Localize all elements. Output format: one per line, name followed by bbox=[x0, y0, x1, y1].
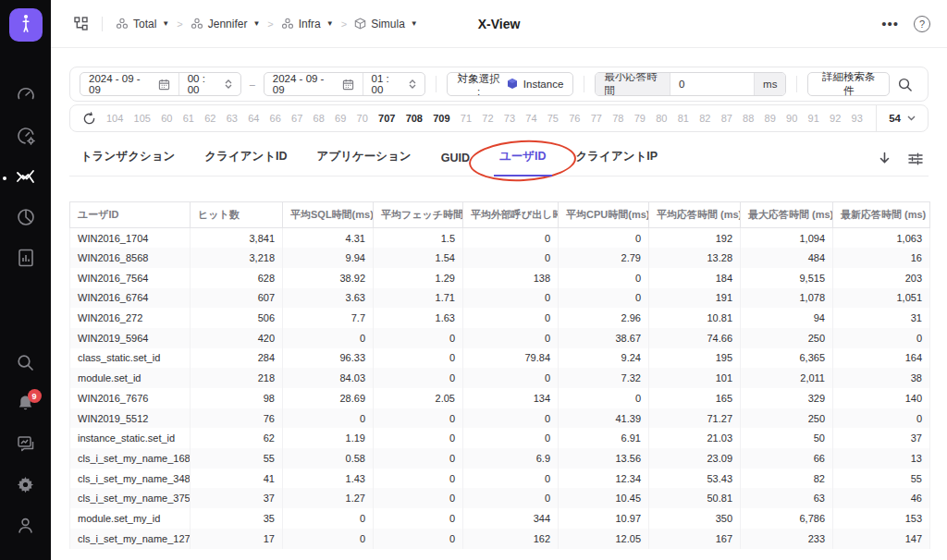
segment-number[interactable]: 104 bbox=[106, 113, 123, 124]
segment-number[interactable]: 67 bbox=[291, 113, 302, 124]
sidebar-item-report[interactable] bbox=[8, 242, 43, 277]
end-date-input[interactable]: 2024 - 09 - 09 bbox=[264, 73, 363, 95]
segment-number[interactable]: 708 bbox=[406, 113, 423, 124]
table-row[interactable]: module.set_my_id350034410.973506,786153 bbox=[70, 508, 930, 529]
segment-number[interactable]: 91 bbox=[808, 113, 819, 124]
segment-number[interactable]: 87 bbox=[721, 113, 732, 124]
sidebar-item-notifications[interactable]: 9 bbox=[8, 387, 43, 422]
segment-number[interactable]: 709 bbox=[433, 113, 449, 124]
segment-number[interactable]: 89 bbox=[765, 113, 776, 124]
app-logo[interactable] bbox=[9, 8, 43, 42]
column-header[interactable]: 平均SQL時間(ms) bbox=[283, 202, 374, 228]
table-row[interactable]: WIN2016_2725067.71.6302.9610.819431 bbox=[70, 308, 930, 328]
segment-number[interactable]: 63 bbox=[227, 113, 238, 124]
metric-cell: 0 bbox=[833, 328, 930, 348]
sidebar-item-xview[interactable] bbox=[8, 161, 43, 196]
sidebar-item-search[interactable] bbox=[8, 347, 43, 382]
segment-number[interactable]: 70 bbox=[357, 113, 368, 124]
sidebar-item-talk[interactable] bbox=[8, 428, 43, 463]
tab-クライアントIP[interactable]: クライアントIP bbox=[574, 149, 660, 176]
segment-number[interactable]: 62 bbox=[204, 113, 215, 124]
calendar-icon[interactable] bbox=[158, 79, 170, 91]
table-row[interactable]: cls_i_set_my_name_127170016212.051672331… bbox=[70, 529, 930, 549]
segment-number[interactable]: 79 bbox=[634, 113, 646, 124]
table-row[interactable]: WIN2016_756462838.921.2913801849,515203 bbox=[70, 268, 930, 288]
breadcrumb-item-simula[interactable]: Simula▼ bbox=[354, 18, 418, 30]
table-row[interactable]: module.set_id21884.03007.321012,01138 bbox=[70, 368, 930, 388]
segment-number[interactable]: 88 bbox=[743, 113, 754, 124]
sidebar-item-settings[interactable] bbox=[8, 469, 43, 504]
column-header[interactable]: 平均CPU時間(ms) bbox=[559, 202, 649, 228]
refresh-icon[interactable] bbox=[70, 112, 106, 126]
table-row[interactable]: WIN2016_17043,8414.311.5001921,0941,063 bbox=[70, 228, 930, 249]
sidebar-item-dashboard[interactable] bbox=[8, 79, 43, 115]
help-icon[interactable]: ? bbox=[914, 16, 930, 32]
table-row[interactable]: instance_static.set_id621.19006.9121.035… bbox=[70, 428, 930, 448]
advanced-search-button[interactable]: 詳細検索条件 bbox=[807, 72, 890, 96]
page-size-dropdown[interactable]: 54 bbox=[876, 105, 928, 131]
sidebar-item-gauge-settings[interactable] bbox=[8, 120, 43, 155]
segment-number[interactable]: 71 bbox=[461, 113, 472, 124]
min-response-input[interactable] bbox=[670, 73, 755, 95]
segment-number[interactable]: 80 bbox=[656, 113, 667, 124]
hierarchy-tree-icon[interactable] bbox=[73, 16, 89, 31]
column-header[interactable]: 平均応答時間 (ms) bbox=[649, 202, 741, 228]
column-header[interactable]: 最新応答時間 (ms) bbox=[833, 202, 930, 228]
download-icon[interactable] bbox=[878, 152, 892, 166]
table-row[interactable]: cls_i_set_my_name_348411.430012.3453.438… bbox=[70, 469, 930, 489]
segment-number[interactable]: 90 bbox=[786, 113, 797, 124]
column-header[interactable]: 平均外部呼び出し時... bbox=[463, 202, 559, 228]
segment-number[interactable]: 72 bbox=[482, 113, 493, 124]
start-time-input[interactable]: 00 : 00 bbox=[178, 73, 240, 95]
tab-クライアントID[interactable]: クライアントID bbox=[203, 149, 289, 176]
breadcrumb-item-total[interactable]: Total▼ bbox=[116, 18, 169, 30]
segment-number[interactable]: 93 bbox=[852, 113, 863, 124]
time-stepper-icon[interactable] bbox=[225, 79, 232, 89]
segment-number[interactable]: 707 bbox=[378, 113, 395, 124]
column-header[interactable]: ユーザID bbox=[70, 202, 191, 228]
table-row[interactable]: WIN2016_85683,2189.941.5402.7913.2848416 bbox=[70, 248, 930, 268]
tab-トランザクション[interactable]: トランザクション bbox=[79, 149, 177, 176]
segment-number[interactable]: 74 bbox=[525, 113, 536, 124]
segment-number[interactable]: 64 bbox=[248, 113, 259, 124]
time-stepper-icon[interactable] bbox=[409, 79, 416, 89]
segment-number[interactable]: 92 bbox=[830, 113, 841, 124]
table-row[interactable]: WIN2016_67646073.631.71001911,0781,051 bbox=[70, 288, 930, 309]
segment-number[interactable]: 75 bbox=[547, 113, 559, 124]
table-row[interactable]: WIN2019_596442000038.6774.662500 bbox=[70, 328, 930, 348]
breadcrumb-item-infra[interactable]: Infra▼ bbox=[281, 18, 334, 30]
tab-ユーザID[interactable]: ユーザID bbox=[498, 149, 548, 176]
segment-number[interactable]: 81 bbox=[678, 113, 689, 124]
tab-GUID[interactable]: GUID bbox=[439, 152, 472, 176]
table-row[interactable]: WIN2019_55127600041.3971.272500 bbox=[70, 408, 930, 429]
segment-number[interactable]: 60 bbox=[161, 113, 172, 124]
segment-number[interactable]: 66 bbox=[270, 113, 281, 124]
column-header[interactable]: ヒット数 bbox=[191, 202, 283, 228]
segment-number[interactable]: 82 bbox=[699, 113, 710, 124]
column-header[interactable]: 最大応答時間 (ms) bbox=[741, 202, 833, 228]
column-settings-icon[interactable] bbox=[908, 152, 923, 165]
end-time-input[interactable]: 01 : 00 bbox=[363, 73, 424, 95]
table-row[interactable]: WIN2016_76769828.692.051340165329140 bbox=[70, 388, 930, 408]
segment-number[interactable]: 68 bbox=[314, 113, 325, 124]
column-header[interactable]: 平均フェッチ時間(... bbox=[374, 202, 463, 228]
search-icon[interactable] bbox=[897, 77, 918, 92]
segment-number[interactable]: 76 bbox=[569, 113, 580, 124]
table-row[interactable]: class_static.set_id28496.33079.849.24195… bbox=[70, 348, 930, 369]
segment-number[interactable]: 78 bbox=[612, 113, 623, 124]
segment-number[interactable]: 77 bbox=[591, 113, 602, 124]
segment-number[interactable]: 61 bbox=[183, 113, 194, 124]
more-menu-icon[interactable]: ••• bbox=[881, 16, 899, 31]
tab-アプリケーション[interactable]: アプリケーション bbox=[315, 149, 413, 176]
sidebar-item-analysis[interactable] bbox=[8, 201, 43, 237]
breadcrumb-item-jennifer[interactable]: Jennifer▼ bbox=[191, 18, 261, 30]
target-select-button[interactable]: 対象選択 : Instance bbox=[447, 72, 574, 96]
calendar-icon[interactable] bbox=[342, 79, 354, 91]
table-row[interactable]: cls_i_set_my_name_168550.5806.913.5623.0… bbox=[70, 448, 930, 469]
start-date-input[interactable]: 2024 - 09 - 09 bbox=[80, 73, 178, 95]
segment-number[interactable]: 73 bbox=[504, 113, 515, 124]
table-row[interactable]: cls_i_set_my_name_375371.270010.4550.816… bbox=[70, 488, 930, 508]
segment-number[interactable]: 69 bbox=[335, 113, 346, 124]
segment-number[interactable]: 105 bbox=[134, 113, 151, 124]
sidebar-item-account[interactable] bbox=[8, 509, 43, 544]
